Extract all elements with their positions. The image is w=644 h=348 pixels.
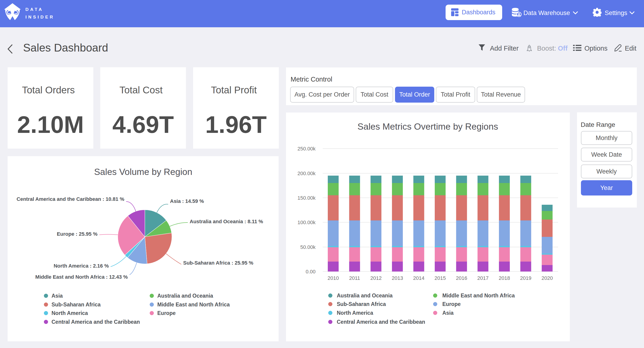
svg-text:100.00k: 100.00k [298,219,316,225]
svg-text:North America: North America [337,310,373,316]
svg-text:2011: 2011 [349,275,360,281]
svg-text:0.00: 0.00 [306,269,316,274]
svg-text:Sub-Saharan Africa: Sub-Saharan Africa [337,301,386,307]
svg-text:2010: 2010 [328,275,339,281]
svg-text:Central America and the Caribb: Central America and the Caribbean : 10.8… [17,196,124,202]
svg-text:Asia : 14.59 %: Asia : 14.59 % [170,198,204,204]
svg-text:Asia: Asia [52,293,63,299]
svg-text:Sales Metrics Overtime by Regi: Sales Metrics Overtime by Regions [357,122,498,132]
svg-text:250.00k: 250.00k [298,146,316,152]
svg-text:Europe: Europe [442,301,460,307]
svg-text:2012: 2012 [370,275,382,281]
svg-text:2020: 2020 [542,275,553,281]
svg-text:2019: 2019 [520,275,532,281]
svg-text:Australia and Oceania : 8.11 %: Australia and Oceania : 8.11 % [190,219,263,224]
svg-text:2018: 2018 [499,275,510,281]
svg-text:2015: 2015 [434,275,446,281]
svg-text:North America: North America [52,310,88,316]
svg-text:2016: 2016 [456,275,467,281]
svg-text:Australia and Oceania: Australia and Oceania [157,293,213,299]
svg-text:Asia: Asia [442,310,454,316]
svg-text:Middle East and North Africa: Middle East and North Africa [442,292,515,298]
svg-text:Central America and the Caribb: Central America and the Caribbean [337,319,425,325]
svg-text:Sub-Saharan Africa : 25.95 %: Sub-Saharan Africa : 25.95 % [183,260,254,266]
svg-text:2013: 2013 [392,275,403,281]
svg-text:150.00k: 150.00k [298,195,316,201]
svg-text:50.00k: 50.00k [300,244,316,250]
svg-text:Australia and Oceania: Australia and Oceania [337,292,393,298]
svg-text:2014: 2014 [413,275,424,281]
svg-text:Sub-Saharan Africa: Sub-Saharan Africa [52,301,101,307]
svg-text:Sales Volume by Region: Sales Volume by Region [94,167,192,177]
svg-text:200.00k: 200.00k [298,171,316,176]
svg-text:Europe: Europe [157,310,176,316]
svg-text:Middle East and North Africa: Middle East and North Africa [157,301,230,307]
svg-text:Middle East and North Africa :: Middle East and North Africa : 12.43 % [35,274,128,280]
svg-text:Central America and the Caribb: Central America and the Caribbean [52,319,140,325]
svg-text:Europe : 25.95 %: Europe : 25.95 % [57,231,98,237]
svg-text:2017: 2017 [477,275,488,281]
svg-text:North America : 2.16 %: North America : 2.16 % [54,263,109,269]
